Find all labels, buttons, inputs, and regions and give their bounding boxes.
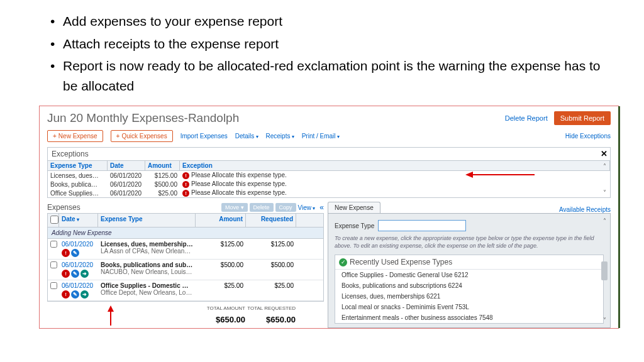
- bullet-1: Add expenses to your expense report: [50, 11, 606, 31]
- expense-row[interactable]: 06/01/2020!✎➜Office Supplies - Domestic …: [48, 280, 323, 301]
- blue-status-icon: ✎: [71, 270, 79, 278]
- report-header: Jun 20 Monthly Expenses-Randolph Delete …: [40, 106, 618, 128]
- recent-expense-type[interactable]: Office Supplies - Domestic General Use 6…: [335, 270, 603, 280]
- exclamation-icon: !: [182, 172, 189, 179]
- recently-used-title: Recently Used Expense Types: [350, 258, 452, 266]
- col-date[interactable]: Date: [59, 214, 98, 227]
- bullet-3: Report is now ready to be allocated-red …: [50, 56, 606, 96]
- plus-icon: +: [116, 133, 120, 140]
- blue-status-icon: ✎: [71, 290, 79, 299]
- total-amount-value: $650.00: [195, 315, 245, 324]
- delete-report-link[interactable]: Delete Report: [505, 114, 548, 122]
- exceptions-header-row: Expense Type Date Amount Exception: [48, 160, 610, 171]
- import-expenses-link[interactable]: Import Expenses: [180, 133, 228, 140]
- expenses-title: Expenses: [47, 203, 80, 212]
- receipts-menu[interactable]: Receipts: [266, 133, 294, 140]
- col-expense-type[interactable]: Expense Type: [98, 214, 196, 227]
- recently-used-box: ✓ Recently Used Expense Types Office Sup…: [335, 255, 604, 324]
- totals-row: TOTAL AMOUNT TOTAL REQUESTED: [47, 302, 324, 311]
- red-status-icon: !: [62, 290, 70, 299]
- col-date[interactable]: Date: [108, 161, 145, 170]
- teal-status-icon: ➜: [80, 270, 89, 278]
- exception-row[interactable]: Books, publica…06/01/2020$500.00!Please …: [48, 180, 610, 189]
- hide-exceptions-link[interactable]: Hide Exceptions: [565, 133, 611, 140]
- col-exception[interactable]: Exception: [180, 161, 610, 170]
- exceptions-panel: Exceptions ✕ Expense Type Date Amount Ex…: [47, 147, 611, 198]
- exceptions-title: Exceptions: [48, 148, 610, 160]
- expenses-pane: Expenses Move ▾ Delete Copy View « Date …: [47, 202, 324, 328]
- recent-expense-type[interactable]: Entertainment meals - other business ass…: [335, 312, 603, 323]
- new-expense-pane: New Expense Available Receipts Expense T…: [328, 202, 611, 328]
- print-email-menu[interactable]: Print / Email: [302, 133, 340, 140]
- move-button[interactable]: Move ▾: [221, 203, 248, 212]
- close-icon[interactable]: ✕: [601, 149, 608, 158]
- expenses-header-row: Date Expense Type Amount Requested: [48, 214, 323, 228]
- svg-marker-3: [108, 305, 114, 312]
- copy-button[interactable]: Copy: [275, 203, 296, 212]
- expenses-table: Date Expense Type Amount Requested Addin…: [47, 213, 324, 302]
- quick-expenses-button[interactable]: +Quick Expenses: [111, 130, 173, 142]
- total-requested-value: $650.00: [245, 315, 296, 324]
- col-requested[interactable]: Requested: [246, 214, 296, 227]
- new-expense-hint: To create a new expense, click the appro…: [335, 235, 604, 250]
- plus-icon: +: [53, 133, 57, 140]
- exceptions-scrollbar[interactable]: ˄˅: [600, 163, 609, 196]
- row-checkbox[interactable]: [50, 282, 57, 289]
- scroll-down-icon[interactable]: ˅: [603, 189, 606, 196]
- expense-app-frame: Jun 20 Monthly Expenses-Randolph Delete …: [39, 106, 619, 329]
- details-menu[interactable]: Details: [235, 133, 258, 140]
- submit-report-button[interactable]: Submit Report: [554, 111, 611, 125]
- scroll-thumb[interactable]: [601, 261, 608, 280]
- col-amount[interactable]: Amount: [196, 214, 246, 227]
- view-menu[interactable]: View: [298, 204, 316, 211]
- delete-button[interactable]: Delete: [250, 203, 274, 212]
- toolbar: +New Expense +Quick Expenses Import Expe…: [40, 128, 618, 147]
- svg-marker-1: [465, 172, 473, 178]
- red-status-icon: !: [62, 270, 70, 278]
- scroll-down-icon[interactable]: ˅: [603, 317, 606, 324]
- total-amount-label: TOTAL AMOUNT: [195, 305, 245, 311]
- adding-new-expense-row[interactable]: Adding New Expense: [48, 228, 323, 239]
- blue-status-icon: ✎: [71, 249, 79, 257]
- row-checkbox[interactable]: [50, 241, 57, 248]
- exclamation-icon: !: [182, 181, 189, 188]
- row-checkbox[interactable]: [50, 261, 57, 268]
- col-expense-type[interactable]: Expense Type: [48, 161, 108, 170]
- tab-new-expense[interactable]: New Expense: [328, 202, 380, 213]
- scroll-up-icon[interactable]: ˄: [603, 163, 606, 170]
- new-expense-button[interactable]: +New Expense: [47, 130, 103, 142]
- available-receipts-link[interactable]: Available Receipts: [559, 206, 611, 213]
- recent-expense-type[interactable]: Local meal or snacks - Deminimis Event 7…: [335, 302, 603, 312]
- expense-row[interactable]: 06/01/2020!✎Licenses, dues, memberships …: [48, 239, 323, 260]
- pane-scrollbar[interactable]: ˄˅: [600, 217, 609, 324]
- exception-row[interactable]: Office Supplies…06/01/2020$25.00!Please …: [48, 189, 610, 197]
- total-requested-label: TOTAL REQUESTED: [245, 305, 296, 311]
- teal-status-icon: ➜: [80, 290, 89, 299]
- scroll-up-icon[interactable]: ˄: [603, 217, 606, 224]
- bullet-2: Attach receipts to the expense report: [50, 34, 606, 54]
- slide-bullets: Add expenses to your expense report Atta…: [0, 0, 644, 103]
- expense-row[interactable]: 06/01/2020!✎➜Books, publications and sub…: [48, 260, 323, 280]
- col-amount[interactable]: Amount: [145, 161, 180, 170]
- recent-expense-type[interactable]: Books, publications and subscriptions 62…: [335, 280, 603, 291]
- expense-type-input[interactable]: [378, 220, 466, 231]
- recent-expense-type[interactable]: Licenses, dues, memberships 6221: [335, 291, 603, 302]
- annotation-arrow-horizontal: [465, 170, 535, 179]
- report-title: Jun 20 Monthly Expenses-Randolph: [47, 111, 239, 125]
- collapse-icon[interactable]: «: [319, 203, 324, 212]
- select-all-checkbox[interactable]: [50, 216, 58, 224]
- annotation-arrow-vertical: [106, 305, 115, 326]
- check-icon: ✓: [339, 258, 347, 266]
- red-status-icon: !: [62, 249, 70, 257]
- exclamation-icon: !: [182, 190, 189, 197]
- expense-type-label: Expense Type: [335, 222, 374, 229]
